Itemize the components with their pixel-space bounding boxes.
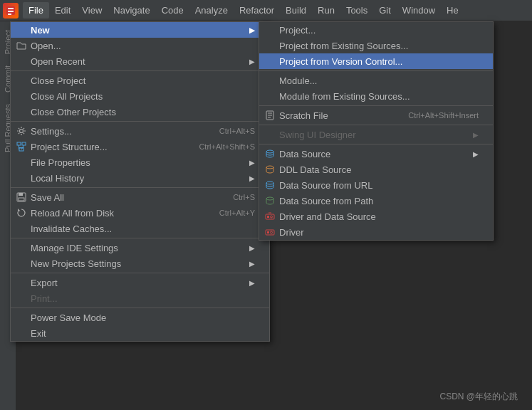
- new-submenu-module[interactable]: Module...: [259, 73, 493, 88]
- menubar: File Edit View Navigate Code Analyze Ref…: [0, 0, 532, 21]
- menu-refactor[interactable]: Refactor: [234, 2, 280, 19]
- new-submenu-project-vcs[interactable]: Project from Version Control...: [259, 53, 493, 69]
- menu-view[interactable]: View: [76, 2, 108, 19]
- scratch-icon: [264, 110, 276, 120]
- menu-item-close-project[interactable]: Close Project: [11, 73, 269, 88]
- menu-item-project-structure[interactable]: Project Structure... Ctrl+Alt+Shift+S: [11, 139, 269, 154]
- new-sep-2: [259, 105, 493, 106]
- menu-navigate[interactable]: Navigate: [108, 2, 155, 19]
- new-submenu: Project... Project from Existing Sources…: [259, 21, 494, 241]
- menu-window[interactable]: Window: [397, 2, 441, 19]
- menu-edit[interactable]: Edit: [49, 2, 76, 19]
- svg-rect-12: [19, 193, 23, 196]
- reload-icon: [15, 208, 28, 218]
- new-submenu-data-source-path[interactable]: Data Source from Path: [259, 193, 493, 209]
- svg-rect-23: [267, 216, 269, 218]
- svg-point-28: [271, 231, 273, 233]
- menu-item-new-projects[interactable]: New Projects Settings ▶: [11, 256, 269, 271]
- svg-rect-2: [8, 11, 14, 12]
- new-submenu-data-source[interactable]: Data Source ▶: [259, 146, 493, 162]
- file-menu: New ▶ Open... Open Recent ▶ Close Projec…: [10, 21, 270, 342]
- separator-4: [11, 238, 269, 238]
- svg-point-4: [20, 130, 24, 133]
- new-submenu-swing[interactable]: Swing UI Designer ▶: [259, 127, 493, 142]
- menu-item-export[interactable]: Export ▶: [11, 275, 269, 290]
- menu-item-power-save[interactable]: Power Save Mode: [11, 310, 269, 325]
- menu-item-open-recent[interactable]: Open Recent ▶: [11, 53, 269, 69]
- menu-item-exit[interactable]: Exit: [11, 325, 269, 341]
- new-submenu-data-source-url[interactable]: Data Source from URL: [259, 177, 493, 193]
- svg-rect-1: [8, 8, 14, 9]
- menu-build[interactable]: Build: [280, 2, 312, 19]
- menu-item-new[interactable]: New ▶: [11, 22, 269, 38]
- menu-file[interactable]: File: [23, 2, 49, 19]
- new-sep-4: [259, 144, 493, 144]
- driver-icon: [264, 227, 276, 237]
- save-icon: [15, 192, 28, 202]
- separator-3: [11, 187, 269, 188]
- open-icon: [15, 41, 28, 50]
- menu-item-save-all[interactable]: Save All Ctrl+S: [11, 189, 269, 205]
- menu-item-invalidate[interactable]: Invalidate Caches...: [11, 221, 269, 236]
- menu-item-manage-ide[interactable]: Manage IDE Settings ▶: [11, 240, 269, 256]
- menu-item-close-other[interactable]: Close Other Projects: [11, 104, 269, 120]
- menu-item-file-properties[interactable]: File Properties ▶: [11, 154, 269, 170]
- menu-item-close-all[interactable]: Close All Projects: [11, 88, 269, 104]
- svg-rect-6: [22, 142, 26, 145]
- app-logo: [3, 3, 19, 19]
- data-source-url-icon: [264, 181, 276, 189]
- menu-help[interactable]: He: [441, 2, 464, 19]
- svg-point-24: [271, 216, 273, 218]
- project-structure-icon: [15, 142, 28, 152]
- new-sep-3: [259, 125, 493, 125]
- svg-point-20: [266, 182, 273, 184]
- svg-rect-13: [19, 198, 24, 201]
- new-submenu-scratch[interactable]: Scratch File Ctrl+Alt+Shift+Insert: [259, 107, 493, 123]
- driver-data-source-icon: [264, 211, 276, 221]
- svg-point-19: [266, 166, 273, 169]
- svg-rect-3: [8, 14, 11, 15]
- watermark: CSDN @年轻的心跳: [439, 391, 518, 403]
- new-submenu-project[interactable]: Project...: [259, 22, 493, 38]
- separator-1: [11, 70, 269, 71]
- separator-2: [11, 121, 269, 122]
- menu-item-settings[interactable]: Settings... Ctrl+Alt+S: [11, 123, 269, 139]
- new-submenu-driver[interactable]: Driver: [259, 224, 493, 240]
- separator-5: [11, 273, 269, 273]
- menu-run[interactable]: Run: [312, 2, 340, 19]
- ddl-icon: [264, 165, 276, 174]
- menu-code[interactable]: Code: [156, 2, 189, 19]
- data-source-path-icon: [264, 196, 276, 205]
- data-source-icon: [264, 149, 276, 158]
- svg-point-18: [266, 150, 273, 153]
- menu-item-reload[interactable]: Reload All from Disk Ctrl+Alt+Y: [11, 205, 269, 221]
- new-submenu-project-existing[interactable]: Project from Existing Sources...: [259, 38, 493, 53]
- menu-item-local-history[interactable]: Local History ▶: [11, 170, 269, 186]
- new-submenu-module-existing[interactable]: Module from Existing Sources...: [259, 88, 493, 104]
- svg-rect-5: [17, 142, 21, 145]
- svg-point-21: [266, 197, 273, 200]
- new-submenu-driver-data-source[interactable]: Driver and Data Source: [259, 209, 493, 224]
- menu-analyze[interactable]: Analyze: [189, 2, 234, 19]
- menu-tools[interactable]: Tools: [340, 2, 373, 19]
- settings-icon: [15, 126, 28, 136]
- svg-rect-27: [267, 231, 269, 233]
- menu-item-print[interactable]: Print...: [11, 290, 269, 306]
- separator-6: [11, 308, 269, 308]
- menu-git[interactable]: Git: [373, 2, 397, 19]
- menu-item-open[interactable]: Open...: [11, 38, 269, 53]
- new-sep-1: [259, 70, 493, 71]
- new-submenu-ddl[interactable]: DDL Data Source: [259, 162, 493, 177]
